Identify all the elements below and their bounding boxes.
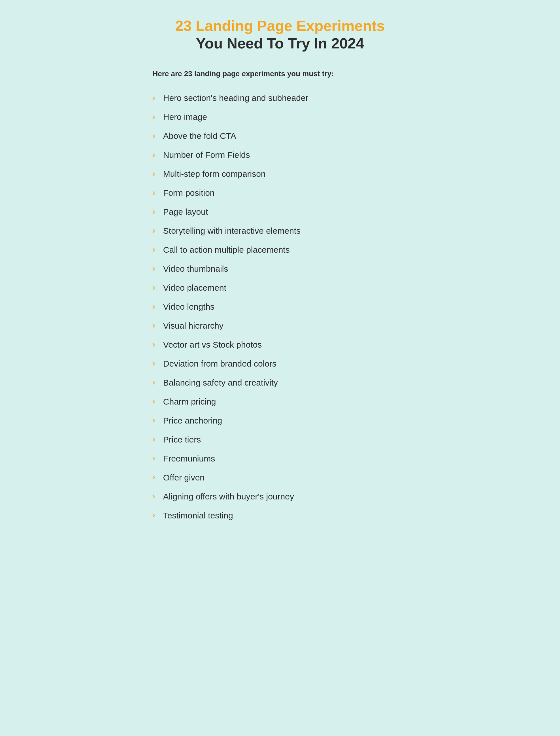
chevron-icon: ›: [153, 227, 155, 235]
chevron-icon: ›: [153, 189, 155, 197]
list-item-text: Hero section's heading and subheader: [163, 92, 308, 103]
list-item-text: Deviation from branded colors: [163, 358, 276, 369]
experiments-list: ›Hero section's heading and subheader›He…: [153, 88, 408, 525]
chevron-icon: ›: [153, 246, 155, 254]
chevron-icon: ›: [153, 284, 155, 292]
list-item-text: Aligning offers with buyer's journey: [163, 491, 294, 502]
list-item: ›Balancing safety and creativity: [153, 373, 408, 392]
list-item-text: Price tiers: [163, 434, 201, 445]
list-item: ›Vector art vs Stock photos: [153, 335, 408, 354]
chevron-icon: ›: [153, 416, 155, 424]
list-item-text: Freemuniums: [163, 453, 215, 464]
title-line1: 23 Landing Page Experiments: [153, 17, 408, 35]
chevron-icon: ›: [153, 473, 155, 481]
list-item-text: Call to action multiple placements: [163, 244, 290, 255]
chevron-icon: ›: [153, 378, 155, 386]
list-item: ›Call to action multiple placements: [153, 240, 408, 259]
chevron-icon: ›: [153, 94, 155, 102]
list-item: ›Page layout: [153, 202, 408, 221]
list-item-text: Video lengths: [163, 301, 214, 312]
list-item-text: Multi-step form comparison: [163, 168, 266, 179]
chevron-icon: ›: [153, 303, 155, 310]
list-item: ›Multi-step form comparison: [153, 164, 408, 183]
list-item-text: Form position: [163, 187, 215, 198]
chevron-icon: ›: [153, 360, 155, 367]
list-item-text: Charm pricing: [163, 396, 216, 407]
list-item-text: Hero image: [163, 111, 207, 122]
list-item: ›Storytelling with interactive elements: [153, 221, 408, 240]
list-item: ›Aligning offers with buyer's journey: [153, 487, 408, 506]
list-item-text: Testimonial testing: [163, 510, 233, 521]
chevron-icon: ›: [153, 341, 155, 348]
intro-text: Here are 23 landing page experiments you…: [153, 69, 408, 78]
list-item: ›Freemuniums: [153, 449, 408, 468]
list-item-text: Number of Form Fields: [163, 149, 250, 160]
list-item-text: Vector art vs Stock photos: [163, 339, 262, 350]
list-item-text: Offer given: [163, 472, 205, 483]
list-item-text: Visual hierarchy: [163, 320, 223, 331]
list-item-text: Storytelling with interactive elements: [163, 225, 301, 236]
chevron-icon: ›: [153, 322, 155, 329]
chevron-icon: ›: [153, 113, 155, 121]
chevron-icon: ›: [153, 208, 155, 216]
page-header: 23 Landing Page Experiments You Need To …: [153, 17, 408, 52]
page-container: 23 Landing Page Experiments You Need To …: [153, 17, 408, 525]
list-item-text: Price anchoring: [163, 415, 222, 426]
list-item: ›Form position: [153, 183, 408, 202]
list-item-text: Page layout: [163, 206, 208, 217]
list-item-text: Video thumbnails: [163, 263, 228, 274]
list-item: ›Testimonial testing: [153, 506, 408, 525]
list-item: ›Above the fold CTA: [153, 126, 408, 145]
list-item: ›Price tiers: [153, 430, 408, 449]
chevron-icon: ›: [153, 397, 155, 405]
list-item: ›Hero section's heading and subheader: [153, 88, 408, 107]
chevron-icon: ›: [153, 492, 155, 500]
list-item: ›Number of Form Fields: [153, 145, 408, 164]
chevron-icon: ›: [153, 132, 155, 140]
list-item: ›Video lengths: [153, 297, 408, 316]
chevron-icon: ›: [153, 435, 155, 443]
list-item-text: Video placement: [163, 282, 226, 293]
list-item-text: Balancing safety and creativity: [163, 377, 278, 388]
chevron-icon: ›: [153, 151, 155, 159]
list-item: ›Hero image: [153, 107, 408, 126]
list-item: ›Price anchoring: [153, 411, 408, 430]
list-item: ›Charm pricing: [153, 392, 408, 411]
title-line2: You Need To Try In 2024: [153, 35, 408, 52]
list-item-text: Above the fold CTA: [163, 130, 236, 141]
list-item: ›Deviation from branded colors: [153, 354, 408, 373]
chevron-icon: ›: [153, 454, 155, 462]
list-item: ›Visual hierarchy: [153, 316, 408, 335]
list-item: ›Video placement: [153, 278, 408, 297]
chevron-icon: ›: [153, 170, 155, 178]
list-item: ›Video thumbnails: [153, 259, 408, 278]
chevron-icon: ›: [153, 265, 155, 273]
chevron-icon: ›: [153, 511, 155, 519]
list-item: ›Offer given: [153, 468, 408, 487]
